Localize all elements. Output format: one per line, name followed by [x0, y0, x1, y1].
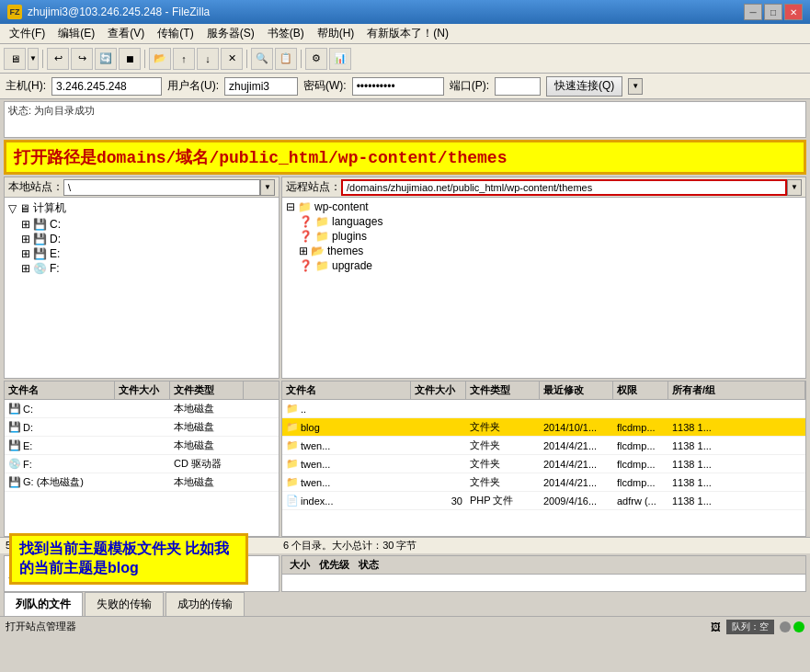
- toolbar-btn7[interactable]: ↓: [197, 48, 219, 70]
- remote-tree-view[interactable]: ⊟ 📁 wp-content ❓ 📁 languages ❓ 📁 plugins…: [282, 198, 805, 378]
- host-input[interactable]: [51, 77, 162, 96]
- remote-address-dropdown[interactable]: ▼: [787, 179, 802, 196]
- queue-label: 队列：空: [726, 620, 774, 634]
- local-tree-view[interactable]: ▽ 🖥 计算机 ⊞ 💾 C: ⊞ 💾 D: ⊞ 💾 E: ⊞ 💿: [5, 198, 279, 378]
- menu-edit[interactable]: 编辑(E): [52, 24, 100, 43]
- drive-expand-icon: ⊞: [21, 218, 30, 231]
- tree-item-d[interactable]: ⊞ 💾 D:: [6, 232, 277, 246]
- remote-col-owner[interactable]: 所有者/组: [668, 382, 805, 399]
- remote-col-date[interactable]: 最近修改: [540, 382, 613, 399]
- toolbar-btn12[interactable]: 📊: [329, 48, 351, 70]
- tab-success[interactable]: 成功的传输: [165, 592, 245, 616]
- upgrade-label: upgrade: [332, 259, 372, 272]
- menu-transfer[interactable]: 传输(T): [152, 24, 199, 43]
- index-perm: adfrw (...: [613, 495, 668, 507]
- tab-queue[interactable]: 列队的文件: [4, 592, 83, 616]
- tree-remote-themes[interactable]: ⊞ 📂 themes: [284, 244, 804, 258]
- blog-perm: flcdmp...: [613, 422, 668, 433]
- menu-server[interactable]: 服务器(S): [201, 24, 260, 43]
- drive-d-row-icon: 💾: [8, 421, 21, 433]
- tree-item-c[interactable]: ⊞ 💾 C:: [6, 217, 277, 232]
- local-address-dropdown[interactable]: ▼: [260, 179, 275, 196]
- port-input[interactable]: [495, 77, 541, 96]
- remote-label: 远程站点：: [286, 179, 341, 195]
- wp-content-folder-icon: 📁: [298, 200, 312, 213]
- blog-type: 文件夹: [466, 420, 540, 434]
- twen3-perm: flcdmp...: [613, 477, 668, 488]
- tree-item-computer[interactable]: ▽ 🖥 计算机: [6, 199, 277, 217]
- toolbar-sep1: [42, 50, 43, 68]
- local-file-row-g[interactable]: 💾G: (本地磁盘) 本地磁盘: [5, 473, 279, 492]
- upgrade-icon: ❓: [299, 259, 313, 272]
- toolbar-btn4[interactable]: ⏹: [119, 48, 141, 70]
- local-col-type[interactable]: 文件类型: [170, 382, 244, 399]
- status-dot-green: [793, 621, 804, 632]
- local-address-input[interactable]: [63, 179, 260, 196]
- toolbar-btn9[interactable]: 🔍: [251, 48, 273, 70]
- tree-remote-languages[interactable]: ❓ 📁 languages: [284, 214, 804, 229]
- remote-col-type[interactable]: 文件类型: [466, 382, 540, 399]
- tree-remote-upgrade[interactable]: ❓ 📁 upgrade: [284, 258, 804, 273]
- menu-bookmark[interactable]: 书签(B): [262, 24, 310, 43]
- maximize-button[interactable]: □: [764, 4, 782, 20]
- toolbar-btn3[interactable]: 🔄: [95, 48, 117, 70]
- toolbar-btn2[interactable]: ↪: [71, 48, 93, 70]
- local-col-name[interactable]: 文件名: [5, 382, 115, 399]
- transfer-header: 大小 优先级 状态: [282, 556, 805, 575]
- toolbar-btn5[interactable]: 📂: [149, 48, 171, 70]
- tree-remote-wp-content[interactable]: ⊟ 📁 wp-content: [284, 199, 804, 214]
- toolbar-btn11[interactable]: ⚙: [305, 48, 327, 70]
- status-dot-gray: [780, 621, 791, 632]
- drive-c-type: 本地磁盘: [170, 402, 244, 416]
- annotation-top-text: 打开路径是domains/域名/public_html/wp-content/t…: [14, 149, 507, 167]
- user-input[interactable]: [224, 77, 298, 96]
- remote-file-row-blog[interactable]: 📁blog 文件夹 2014/10/1... flcdmp... 1138 1.…: [282, 418, 805, 437]
- toolbar-btn10[interactable]: 📋: [275, 48, 297, 70]
- menu-help[interactable]: 帮助(H): [312, 24, 360, 43]
- remote-file-row-dotdot[interactable]: 📁..: [282, 400, 805, 418]
- remote-file-row-twen3[interactable]: 📁twen... 文件夹 2014/4/21... flcdmp... 1138…: [282, 473, 805, 492]
- local-file-row-c[interactable]: 💾C: 本地磁盘: [5, 400, 279, 418]
- remote-col-perm[interactable]: 权限: [613, 382, 668, 399]
- toolbar-sitemanager[interactable]: 🖥: [4, 48, 26, 70]
- toolbar-sep3: [246, 50, 247, 68]
- toolbar-sitemanager-dropdown[interactable]: ▼: [28, 48, 39, 70]
- menu-file[interactable]: 文件(F): [4, 24, 51, 43]
- remote-col-name[interactable]: 文件名: [282, 382, 411, 399]
- pass-input[interactable]: [352, 77, 444, 96]
- tree-item-f[interactable]: ⊞ 💿 F:: [6, 261, 277, 276]
- menu-view[interactable]: 查看(V): [102, 24, 150, 43]
- twen2-owner: 1138 1...: [668, 459, 805, 470]
- tree-remote-plugins[interactable]: ❓ 📁 plugins: [284, 229, 804, 244]
- remote-file-row-twen2[interactable]: 📁twen... 文件夹 2014/4/21... flcdmp... 1138…: [282, 455, 805, 473]
- tab-bar: 列队的文件 失败的传输 成功的传输: [4, 594, 806, 616]
- remote-col-size[interactable]: 文件大小: [411, 382, 466, 399]
- languages-label: languages: [332, 215, 382, 228]
- menu-newversion[interactable]: 有新版本了！(N): [361, 24, 454, 43]
- remote-file-row-index[interactable]: 📄index... 30 PHP 文件 2009/4/16... adfrw (…: [282, 492, 805, 510]
- remote-file-row-twen1[interactable]: 📁twen... 文件夹 2014/4/21... flcdmp... 1138…: [282, 437, 805, 455]
- close-button[interactable]: ✕: [784, 4, 803, 20]
- local-col-size[interactable]: 文件大小: [115, 382, 170, 399]
- remote-file-rows: 📁.. 📁blog 文件夹 2014/10/1... flcdmp... 113…: [282, 400, 805, 536]
- pass-label: 密码(W):: [303, 78, 347, 94]
- toolbar-btn8[interactable]: ✕: [221, 48, 243, 70]
- blog-owner: 1138 1...: [668, 422, 805, 433]
- tree-item-e[interactable]: ⊞ 💾 E:: [6, 246, 277, 261]
- twen2-name: twen...: [301, 459, 330, 470]
- wp-content-label: wp-content: [314, 200, 369, 213]
- toolbar-btn1[interactable]: ↩: [47, 48, 69, 70]
- index-size: 30: [411, 495, 466, 507]
- local-file-row-f[interactable]: 💿F: CD 驱动器: [5, 455, 279, 473]
- remote-address-input[interactable]: [341, 179, 787, 196]
- tab-failed[interactable]: 失败的传输: [85, 592, 164, 616]
- local-label: 本地站点：: [8, 179, 63, 195]
- drive-e-type: 本地磁盘: [170, 439, 244, 452]
- local-file-row-d[interactable]: 💾D: 本地磁盘: [5, 418, 279, 437]
- quickconnect-button[interactable]: 快速连接(Q): [546, 76, 622, 97]
- minimize-button[interactable]: ─: [744, 4, 762, 20]
- port-label: 端口(P):: [450, 78, 489, 94]
- local-file-row-e[interactable]: 💾E: 本地磁盘: [5, 437, 279, 455]
- quickconnect-dropdown[interactable]: ▼: [628, 78, 643, 95]
- toolbar-btn6[interactable]: ↑: [173, 48, 195, 70]
